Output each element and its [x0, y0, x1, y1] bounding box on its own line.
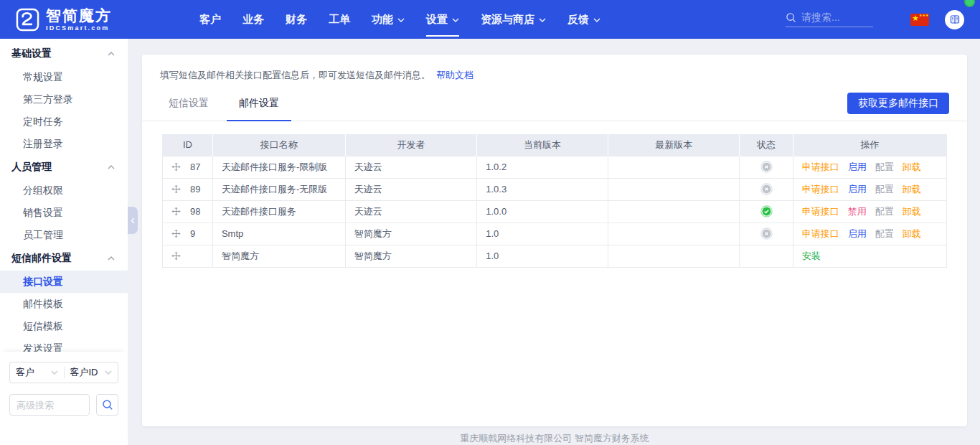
sidebar-item-register-login[interactable]: 注册登录 — [0, 133, 128, 155]
interface-id: 89 — [190, 184, 200, 195]
sidebar-item-sales-settings[interactable]: 销售设置 — [0, 202, 128, 224]
filter-field-select[interactable]: 客户ID — [65, 366, 118, 379]
tab-email-settings[interactable]: 邮件设置 — [237, 93, 281, 121]
sidebar-menu: 基础设置常规设置第三方登录定时任务注册登录人员管理分组权限销售设置员工管理短信邮… — [0, 39, 128, 352]
cell-actions: 安装 — [793, 245, 946, 267]
tab-sms-settings[interactable]: 短信设置 — [167, 93, 210, 121]
action-uninstall-link[interactable]: 卸载 — [903, 161, 921, 172]
sidebar-item-staff-management[interactable]: 员工管理 — [0, 224, 128, 246]
move-icon[interactable] — [171, 251, 181, 261]
nav-item-features[interactable]: 功能 — [372, 0, 405, 39]
sidebar-item-third-party-login[interactable]: 第三方登录 — [0, 88, 128, 111]
nav-item-finance[interactable]: 财务 — [286, 0, 307, 39]
cell-id — [163, 245, 213, 267]
nav-item-settings[interactable]: 设置 — [426, 0, 459, 39]
language-icon[interactable] — [945, 10, 964, 29]
nav-item-ticket[interactable]: 工单 — [329, 0, 350, 39]
sidebar-section-label: 人员管理 — [11, 161, 52, 174]
action-configure-link[interactable]: 配置 — [875, 184, 894, 195]
sidebar-item-interface-settings[interactable]: 接口设置 — [0, 271, 128, 293]
cell-developer: 智简魔方 — [345, 245, 477, 267]
action-apply-interface-link[interactable]: 申请接口 — [802, 161, 839, 172]
global-search-input[interactable] — [801, 11, 866, 23]
filter-type-value: 客户 — [16, 366, 34, 379]
advanced-search-button[interactable] — [96, 394, 118, 416]
table-row: 98天迹邮件接口服务天迹云1.0.0申请接口禁用配置卸载 — [163, 200, 947, 222]
cell-actions: 申请接口启用配置卸载 — [793, 222, 946, 245]
cell-developer: 智简魔方 — [345, 222, 477, 245]
cell-current-version: 1.0.0 — [477, 200, 608, 222]
move-icon[interactable] — [171, 207, 181, 216]
cell-status — [740, 156, 793, 178]
cell-id: 98 — [163, 200, 213, 222]
move-icon[interactable] — [171, 162, 181, 172]
chevron-down-icon — [539, 18, 546, 22]
sidebar-section-label: 短信邮件设置 — [11, 252, 72, 265]
action-configure-link[interactable]: 配置 — [875, 206, 894, 217]
get-more-email-interfaces-button[interactable]: 获取更多邮件接口 — [847, 93, 949, 114]
chevron-up-icon — [108, 52, 115, 56]
logo-subtitle: IDCSmart.com — [46, 24, 112, 32]
footer-text: 重庆顺戟网络科技有限公司 智简魔方财务系统 — [142, 432, 967, 445]
navbar-right: ★ ★★★★ — [786, 10, 964, 29]
table-header-row: ID接口名称开发者当前版本最新版本状态操作 — [163, 134, 947, 156]
help-doc-link[interactable]: 帮助文档 — [436, 70, 473, 80]
sidebar-item-email-templates[interactable]: 邮件模板 — [0, 293, 128, 315]
filter-field-value: 客户ID — [70, 366, 98, 379]
sidebar-filter-panel: 客户 客户ID — [0, 352, 128, 445]
filter-selects: 客户 客户ID — [9, 362, 118, 383]
move-icon[interactable] — [171, 184, 181, 194]
action-apply-interface-link[interactable]: 申请接口 — [802, 228, 839, 239]
chevron-down-icon — [452, 18, 459, 22]
action-uninstall-link[interactable]: 卸载 — [903, 184, 921, 195]
table-row: 智简魔方智简魔方1.0安装 — [163, 245, 947, 267]
action-enable-link[interactable]: 启用 — [848, 161, 867, 172]
nav-item-resources-store[interactable]: 资源与商店 — [481, 0, 546, 39]
logo-title: 智简魔方 — [46, 8, 112, 24]
sidebar-item-cron-tasks[interactable]: 定时任务 — [0, 111, 128, 133]
sidebar-collapse-handle[interactable] — [128, 207, 138, 234]
chevron-down-icon — [397, 18, 405, 22]
china-flag-icon[interactable]: ★ ★★★★ — [910, 14, 929, 26]
action-enable-link[interactable]: 启用 — [848, 228, 867, 239]
action-install-link[interactable]: 安装 — [802, 250, 821, 261]
column-header-current-version: 当前版本 — [477, 134, 608, 156]
sidebar-item-group-permissions[interactable]: 分组权限 — [0, 179, 128, 202]
action-configure-link[interactable]: 配置 — [875, 228, 894, 239]
move-icon[interactable] — [171, 229, 181, 238]
sidebar-item-general-settings[interactable]: 常规设置 — [0, 66, 128, 88]
sidebar: 基础设置常规设置第三方登录定时任务注册登录人员管理分组权限销售设置员工管理短信邮… — [0, 39, 128, 445]
action-apply-interface-link[interactable]: 申请接口 — [802, 184, 839, 195]
action-uninstall-link[interactable]: 卸载 — [903, 206, 921, 217]
sidebar-item-send-settings[interactable]: 发送设置 — [0, 337, 128, 352]
tabs-bar: 短信设置邮件设置 获取更多邮件接口 — [142, 93, 967, 121]
cell-latest-version — [608, 178, 740, 200]
action-configure-link[interactable]: 配置 — [875, 161, 894, 172]
action-enable-link[interactable]: 启用 — [848, 184, 867, 195]
column-header-latest-version: 最新版本 — [608, 134, 740, 156]
filter-type-select[interactable]: 客户 — [10, 366, 64, 379]
cell-latest-version — [608, 245, 740, 267]
nav-item-business[interactable]: 业务 — [242, 0, 264, 39]
column-header-actions: 操作 — [793, 134, 946, 156]
action-uninstall-link[interactable]: 卸载 — [903, 228, 921, 239]
nav-item-customer[interactable]: 客户 — [199, 0, 221, 39]
search-icon — [102, 399, 113, 411]
nav-item-feedback[interactable]: 反馈 — [567, 0, 600, 39]
cell-current-version: 1.0.3 — [477, 178, 608, 200]
global-search[interactable] — [786, 11, 873, 27]
action-apply-interface-link[interactable]: 申请接口 — [802, 206, 839, 217]
sidebar-section-basic-settings[interactable]: 基础设置 — [0, 42, 128, 66]
main-nav: 客户业务财务工单功能设置资源与商店反馈 — [199, 0, 600, 39]
sidebar-section-sms-email-settings[interactable]: 短信邮件设置 — [0, 246, 128, 271]
sidebar-item-sms-templates[interactable]: 短信模板 — [0, 315, 128, 337]
action-disable-link[interactable]: 禁用 — [848, 206, 867, 217]
column-header-id: ID — [163, 134, 213, 156]
advanced-search-input[interactable] — [9, 394, 90, 416]
app-logo[interactable]: 智简魔方 IDCSmart.com — [16, 8, 112, 32]
cell-actions: 申请接口启用配置卸载 — [793, 178, 946, 200]
flag-small-stars: ★★★★ — [919, 14, 923, 17]
nav-item-label: 客户 — [199, 13, 221, 27]
sidebar-section-personnel-management[interactable]: 人员管理 — [0, 155, 128, 179]
column-header-status: 状态 — [740, 134, 793, 156]
